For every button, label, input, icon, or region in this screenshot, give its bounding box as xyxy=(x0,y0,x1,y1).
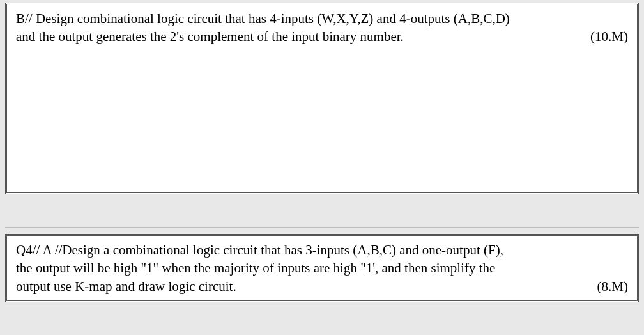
section-spacer xyxy=(5,194,639,228)
question-q4a-box: Q4// A //Design a combinational logic ci… xyxy=(5,234,639,302)
question-q4a-line3-left: output use K-map and draw logic circuit. xyxy=(16,277,236,295)
question-q4a-line1: Q4// A //Design a combinational logic ci… xyxy=(16,241,628,259)
question-b-prefix: B// xyxy=(16,11,33,26)
question-q4a-line2: the output will be high "1" when the maj… xyxy=(16,259,628,277)
question-b-line2: and the output generates the 2's complem… xyxy=(16,27,628,45)
question-b-line1-rest: Design combinational logic circuit that … xyxy=(36,11,510,26)
question-q4a-line3: output use K-map and draw logic circuit.… xyxy=(16,277,628,295)
question-q4a-marks: (8.M) xyxy=(585,277,628,295)
question-q4a-line1-rest: Design a combinational logic circuit tha… xyxy=(62,242,503,258)
question-b-marks: (10.M) xyxy=(578,27,628,45)
question-b-box: B// Design combinational logic circuit t… xyxy=(5,3,639,194)
question-b-text: B// Design combinational logic circuit t… xyxy=(16,10,628,46)
question-b-line2-left: and the output generates the 2's complem… xyxy=(16,27,404,45)
page-wrap: B// Design combinational logic circuit t… xyxy=(0,0,644,335)
question-q4a-text: Q4// A //Design a combinational logic ci… xyxy=(16,241,628,295)
question-q4a-prefix: Q4// A // xyxy=(16,242,62,258)
question-b-line1: B// Design combinational logic circuit t… xyxy=(16,10,628,27)
